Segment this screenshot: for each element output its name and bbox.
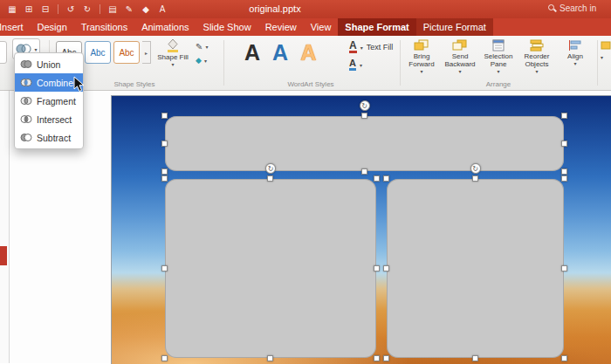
tab-review[interactable]: Review	[258, 18, 304, 36]
button-label: Reorder Objects	[518, 52, 555, 68]
chevron-down-icon: ▾	[573, 60, 576, 68]
reorder-objects-icon	[529, 39, 545, 52]
resize-handle[interactable]	[361, 113, 367, 119]
rounded-rectangle-right[interactable]: ↻	[387, 179, 564, 358]
resize-handle[interactable]	[561, 265, 567, 271]
shape-style-sample[interactable]: Abc	[113, 41, 140, 64]
chevron-down-icon: ▾	[360, 62, 362, 68]
button-label: Selection Pane	[480, 52, 517, 68]
selection-pane-icon	[491, 39, 506, 52]
align-icon	[567, 39, 583, 52]
resize-handle[interactable]	[383, 355, 389, 361]
resize-handle[interactable]	[161, 175, 168, 182]
resize-handle[interactable]	[161, 355, 168, 361]
selection-pane-button[interactable]: Selection Pane ▾	[480, 39, 517, 76]
text-fill-icon: A	[349, 41, 357, 53]
shape-effects-button[interactable]: ◆ ▾	[196, 56, 208, 65]
chevron-down-icon: ▾	[360, 45, 363, 51]
resize-handle[interactable]	[561, 168, 567, 175]
search-box[interactable]: Search in	[548, 3, 609, 13]
rotate-handle[interactable]: ↻	[470, 163, 481, 174]
tab-shape-format[interactable]: Shape Format	[338, 18, 415, 36]
resize-handle[interactable]	[561, 141, 567, 147]
shape-style-sample[interactable]: Abc	[85, 41, 111, 64]
resize-handle[interactable]	[374, 355, 380, 361]
add-icon[interactable]: ⊞	[22, 3, 36, 16]
shape-icon[interactable]: ◆	[139, 3, 153, 16]
resize-handle[interactable]	[267, 175, 273, 182]
resize-handle[interactable]	[161, 265, 168, 271]
gallery-more-icon[interactable]: ▸	[142, 41, 151, 64]
resize-handle[interactable]	[161, 168, 168, 175]
search-label: Search in	[560, 3, 596, 13]
effects-icon: ◆	[196, 56, 202, 65]
tab-view[interactable]: View	[304, 18, 339, 36]
menu-item-subtract[interactable]: Subtract	[15, 128, 83, 147]
shape-fill-button[interactable]: Shape Fill ▾	[155, 38, 190, 69]
text-icon[interactable]: A	[155, 3, 169, 16]
slide-canvas[interactable]: ↻ ↻ ↻	[111, 95, 611, 364]
text-outline-button[interactable]: A ▾	[349, 58, 393, 71]
mouse-cursor	[73, 76, 85, 93]
chevron-down-icon: ▾	[171, 61, 174, 69]
rotate-handle[interactable]: ↻	[265, 163, 276, 174]
resize-handle[interactable]	[472, 175, 478, 182]
resize-handle[interactable]	[361, 168, 367, 175]
undo-icon[interactable]: ↺	[64, 3, 78, 16]
rotate-handle[interactable]: ↻	[360, 100, 370, 111]
resize-handle[interactable]	[561, 355, 567, 361]
redo-icon[interactable]: ↻	[80, 3, 94, 16]
resize-handle[interactable]	[374, 175, 380, 182]
resize-handle[interactable]	[267, 355, 273, 361]
menu-item-union[interactable]: Union	[15, 55, 83, 73]
cropped-ribbon-button[interactable]: ▾	[601, 41, 611, 60]
text-outline-icon: A	[349, 58, 356, 71]
slide-thumbnail[interactable]	[0, 246, 7, 265]
bring-forward-icon	[414, 39, 429, 52]
tab-slide-show[interactable]: Slide Show	[196, 18, 258, 36]
resize-handle[interactable]	[383, 175, 389, 182]
menu-item-intersect[interactable]: Intersect	[15, 110, 83, 128]
resize-handle[interactable]	[161, 141, 168, 147]
menu-item-fragment[interactable]: Fragment	[15, 92, 83, 110]
tab-animations[interactable]: Animations	[134, 18, 196, 36]
resize-handle[interactable]	[472, 355, 478, 361]
pencil-icon: ✎	[196, 42, 203, 52]
cropped-gallery-cell[interactable]	[0, 41, 7, 64]
toolbar-separator	[100, 4, 100, 14]
intersect-icon	[20, 114, 32, 124]
chevron-down-icon: ▾	[601, 54, 603, 60]
tab-design[interactable]: Design	[31, 18, 74, 36]
text-fill-label: Text Fill	[367, 43, 394, 52]
resize-handle[interactable]	[161, 113, 168, 119]
wordart-sample[interactable]: A	[244, 39, 260, 65]
resize-handle[interactable]	[561, 113, 567, 119]
tab-transitions[interactable]: Transitions	[74, 18, 134, 36]
text-fill-controls: A ▾ Text Fill A ▾	[349, 41, 393, 71]
text-fill-button[interactable]: A ▾ Text Fill	[349, 41, 393, 53]
bring-forward-button[interactable]: Bring Forward ▾	[403, 39, 440, 76]
reorder-objects-button[interactable]: Reorder Objects ▾	[518, 39, 555, 76]
powerpoint-window: ▦ ⊞ ⊟ ↺ ↻ ▤ ✎ ◆ A original.pptx Search i…	[0, 0, 611, 364]
resize-handle[interactable]	[383, 265, 389, 271]
resize-handle[interactable]	[374, 265, 380, 271]
group-label-arrange: Arrange	[403, 80, 594, 88]
shape-outline-effects: ✎ ▾ ◆ ▾	[196, 42, 208, 65]
tab-insert[interactable]: Insert	[0, 18, 31, 36]
align-button[interactable]: Align ▾	[557, 39, 594, 76]
table-icon[interactable]: ▤	[106, 3, 120, 16]
pencil-icon[interactable]: ✎	[122, 3, 136, 16]
menu-item-label: Subtract	[37, 133, 71, 143]
grid-icon[interactable]: ▦	[5, 3, 19, 16]
shape-outline-button[interactable]: ✎ ▾	[196, 42, 208, 52]
remove-icon[interactable]: ⊟	[38, 3, 52, 16]
tab-picture-format[interactable]: Picture Format	[416, 18, 493, 36]
wordart-sample[interactable]: A	[272, 39, 288, 65]
send-backward-button[interactable]: Send Backward ▾	[442, 39, 478, 76]
rounded-rectangle-left[interactable]: ↻	[165, 179, 376, 358]
subtract-icon	[20, 133, 32, 142]
wordart-gallery: A A A	[244, 39, 316, 65]
resize-handle[interactable]	[561, 175, 567, 182]
rounded-rectangle-top[interactable]: ↻	[165, 116, 564, 171]
wordart-sample[interactable]: A	[300, 39, 316, 65]
